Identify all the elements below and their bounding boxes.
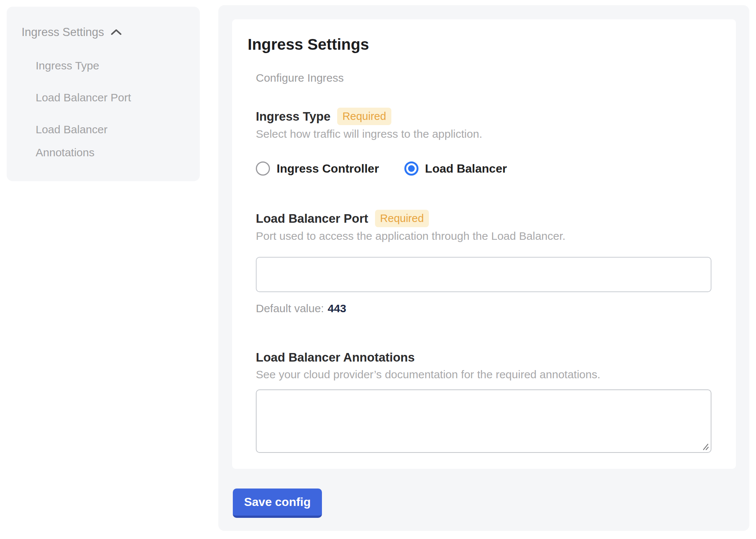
textarea-resize-handle[interactable]	[701, 442, 709, 451]
load-balancer-annotations-field	[256, 389, 711, 453]
section-load-balancer-annotations: Load Balancer Annotations See your cloud…	[256, 349, 712, 453]
radio-label-ingress-controller: Ingress Controller	[277, 162, 379, 176]
section-ingress-type: Ingress Type Required Select how traffic…	[256, 108, 712, 176]
radio-icon-ingress-controller[interactable]	[256, 161, 270, 176]
ingress-type-radio-group: Ingress Controller Load Balancer	[256, 161, 712, 176]
field-label-load-balancer-port: Load Balancer Port	[256, 210, 368, 227]
save-config-button[interactable]: Save config	[233, 489, 322, 518]
page-subtitle: Configure Ingress	[256, 71, 712, 85]
page-title: Ingress Settings	[248, 36, 712, 53]
load-balancer-port-input[interactable]	[256, 257, 711, 292]
required-badge: Required	[337, 108, 391, 125]
field-description-load-balancer-annotations: See your cloud provider’s documentation …	[256, 368, 712, 381]
radio-option-ingress-controller[interactable]: Ingress Controller	[256, 161, 379, 176]
settings-nav-sidebar: Ingress Settings Ingress Type Load Balan…	[7, 7, 200, 181]
default-value-label: Default value:	[256, 302, 324, 314]
sidebar-item-load-balancer-annotations[interactable]: Load Balancer Annotations	[36, 118, 162, 164]
field-description-ingress-type: Select how traffic will ingress to the a…	[256, 127, 712, 141]
default-value-row: Default value:443	[256, 302, 712, 315]
load-balancer-annotations-textarea[interactable]	[256, 389, 711, 453]
field-label-load-balancer-annotations: Load Balancer Annotations	[256, 349, 415, 366]
sidebar-item-load-balancer-port[interactable]: Load Balancer Port	[36, 86, 162, 109]
sidebar-item-ingress-type[interactable]: Ingress Type	[36, 54, 162, 77]
ingress-settings-panel: Ingress Settings Configure Ingress Ingre…	[218, 5, 749, 531]
ingress-settings-card: Ingress Settings Configure Ingress Ingre…	[232, 19, 736, 469]
sidebar-section-label: Ingress Settings	[22, 25, 104, 39]
radio-icon-load-balancer[interactable]	[404, 161, 418, 176]
default-value-number: 443	[328, 302, 346, 314]
section-load-balancer-port: Load Balancer Port Required Port used to…	[256, 210, 712, 315]
radio-label-load-balancer: Load Balancer	[425, 162, 507, 176]
field-description-load-balancer-port: Port used to access the application thro…	[256, 229, 712, 243]
chevron-up-icon	[110, 27, 123, 37]
sidebar-section-toggle[interactable]: Ingress Settings	[22, 25, 185, 39]
radio-option-load-balancer[interactable]: Load Balancer	[404, 161, 507, 176]
sidebar-item-list: Ingress Type Load Balancer Port Load Bal…	[22, 54, 185, 164]
field-label-ingress-type: Ingress Type	[256, 108, 330, 125]
required-badge: Required	[375, 210, 429, 227]
